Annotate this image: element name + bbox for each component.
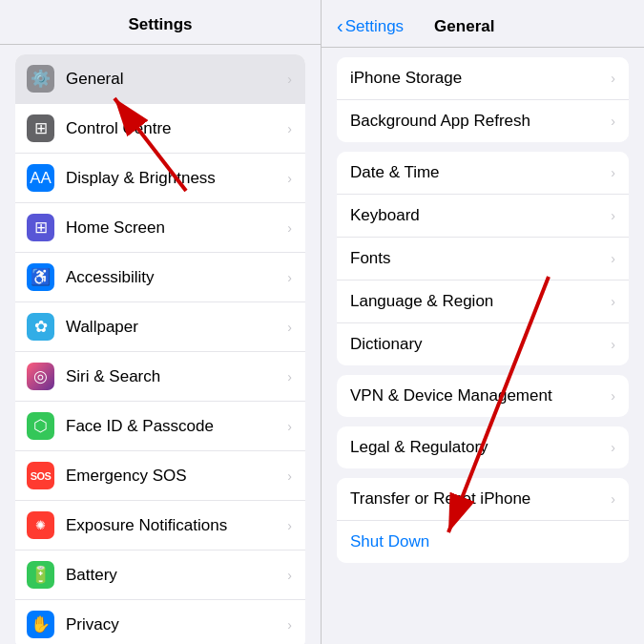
battery-label: Battery [66,566,283,585]
right-group-4: Transfer or Reset iPhone›Shut Down [337,478,629,563]
battery-icon: 🔋 [27,561,54,589]
exposure-chevron-icon: › [287,518,292,533]
accessibility-icon: ♿ [27,263,54,291]
settings-item-siri[interactable]: ◎Siri & Search› [15,352,305,402]
right-item-shutdown[interactable]: Shut Down [337,521,629,563]
fonts-label: Fonts [350,249,607,268]
right-group-2: VPN & Device Management› [337,375,629,417]
right-panel: ‹ Settings General iPhone Storage›Backgr… [322,0,644,644]
settings-item-accessibility[interactable]: ♿Accessibility› [15,253,305,302]
dictionary-label: Dictionary [350,335,607,354]
wallpaper-icon: ✿ [27,313,54,341]
date-time-label: Date & Time [350,163,607,182]
display-icon: AA [27,164,54,192]
iphone-storage-chevron-icon: › [611,71,615,86]
siri-chevron-icon: › [287,369,292,384]
background-refresh-label: Background App Refresh [350,112,607,131]
accessibility-chevron-icon: › [287,270,292,285]
back-chevron-icon: ‹ [337,15,343,37]
right-item-fonts[interactable]: Fonts› [337,238,629,280]
faceid-chevron-icon: › [287,419,292,434]
keyboard-chevron-icon: › [611,208,615,223]
vpn-label: VPN & Device Management [350,386,607,405]
right-item-vpn[interactable]: VPN & Device Management› [337,375,629,417]
settings-item-wallpaper[interactable]: ✿Wallpaper› [15,302,305,352]
siri-label: Siri & Search [66,367,283,386]
privacy-icon: ✋ [27,611,54,638]
exposure-icon: ✺ [27,511,54,539]
legal-chevron-icon: › [611,440,615,455]
left-group-0: ⚙️General›⊞Control Centre›AADisplay & Br… [15,54,305,644]
right-item-dictionary[interactable]: Dictionary› [337,323,629,365]
language-chevron-icon: › [611,294,615,309]
faceid-icon: ⬡ [27,412,54,440]
legal-label: Legal & Regulatory [350,438,607,457]
right-group-3: Legal & Regulatory› [337,426,629,468]
home-screen-label: Home Screen [66,218,283,238]
general-icon: ⚙️ [27,65,54,93]
shutdown-label: Shut Down [350,532,615,551]
right-item-iphone-storage[interactable]: iPhone Storage› [337,57,629,100]
right-group-0: iPhone Storage›Background App Refresh› [337,57,629,142]
back-label: Settings [345,17,404,36]
right-group-1: Date & Time›Keyboard›Fonts›Language & Re… [337,152,629,365]
background-refresh-chevron-icon: › [611,114,615,129]
date-time-chevron-icon: › [611,165,615,180]
home-screen-icon: ⊞ [27,214,54,241]
sos-chevron-icon: › [287,468,292,484]
control-centre-chevron-icon: › [287,121,292,136]
privacy-label: Privacy [66,615,283,634]
wallpaper-label: Wallpaper [66,318,283,337]
right-item-legal[interactable]: Legal & Regulatory› [337,426,629,468]
right-item-transfer[interactable]: Transfer or Reset iPhone› [337,478,629,521]
settings-item-home-screen[interactable]: ⊞Home Screen› [15,203,305,253]
home-screen-chevron-icon: › [287,220,292,236]
fonts-chevron-icon: › [611,251,615,266]
iphone-storage-label: iPhone Storage [350,69,607,88]
settings-item-sos[interactable]: SOSEmergency SOS› [15,451,305,501]
privacy-chevron-icon: › [287,617,292,633]
wallpaper-chevron-icon: › [287,320,292,335]
right-list: iPhone Storage›Background App Refresh›Da… [322,48,644,644]
accessibility-label: Accessibility [66,268,283,287]
left-panel: Settings ⚙️General›⊞Control Centre›AADis… [0,0,322,644]
settings-item-battery[interactable]: 🔋Battery› [15,551,305,600]
sos-label: Emergency SOS [66,467,283,486]
right-item-date-time[interactable]: Date & Time› [337,152,629,195]
settings-item-display[interactable]: AADisplay & Brightness› [15,154,305,203]
right-header: ‹ Settings General [322,0,644,48]
sos-icon: SOS [27,462,54,489]
settings-list: ⚙️General›⊞Control Centre›AADisplay & Br… [0,45,321,644]
general-chevron-icon: › [287,72,292,87]
display-label: Display & Brightness [66,169,283,188]
faceid-label: Face ID & Passcode [66,417,283,436]
settings-item-privacy[interactable]: ✋Privacy› [15,600,305,644]
dictionary-chevron-icon: › [611,337,615,352]
settings-item-exposure[interactable]: ✺Exposure Notifications› [15,501,305,551]
display-chevron-icon: › [287,171,292,186]
language-label: Language & Region [350,292,607,311]
right-item-keyboard[interactable]: Keyboard› [337,195,629,238]
transfer-label: Transfer or Reset iPhone [350,489,607,509]
battery-chevron-icon: › [287,568,292,583]
vpn-chevron-icon: › [611,388,615,404]
left-header: Settings [0,0,321,45]
siri-icon: ◎ [27,363,54,390]
transfer-chevron-icon: › [611,491,615,507]
settings-item-general[interactable]: ⚙️General› [15,54,305,104]
back-button[interactable]: ‹ Settings [337,15,404,37]
settings-item-control-centre[interactable]: ⊞Control Centre› [15,104,305,154]
right-item-background-refresh[interactable]: Background App Refresh› [337,100,629,142]
control-centre-label: Control Centre [66,119,283,138]
right-title: General [434,17,494,36]
keyboard-label: Keyboard [350,206,607,225]
exposure-label: Exposure Notifications [66,516,283,535]
right-item-language[interactable]: Language & Region› [337,280,629,323]
settings-item-faceid[interactable]: ⬡Face ID & Passcode› [15,402,305,451]
general-label: General [66,70,283,89]
control-centre-icon: ⊞ [27,114,54,142]
